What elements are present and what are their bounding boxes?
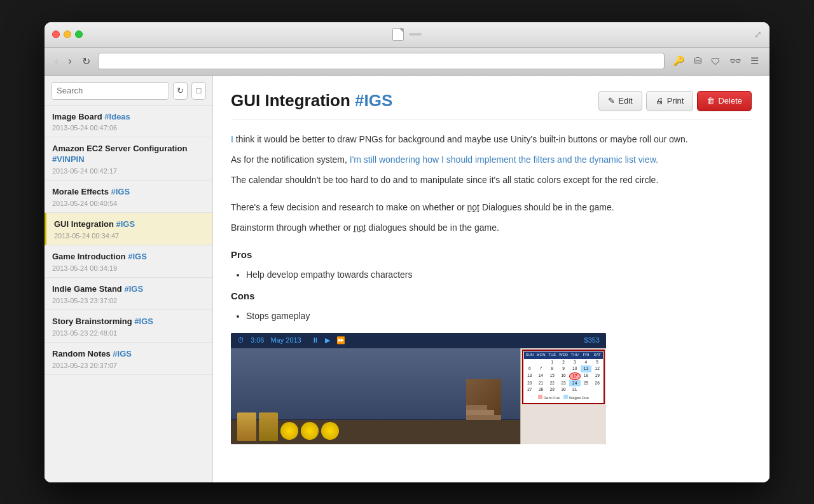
sidebar-item-gui[interactable]: GUI Integration #IGS 2013-05-24 00:34:47 xyxy=(45,213,212,245)
search-input[interactable] xyxy=(51,82,169,100)
cal-sun: SUN xyxy=(524,352,535,358)
toolbar-icons: 🔑 ⛁ 🛡 👓 ☰ xyxy=(670,53,762,69)
key-icon[interactable]: 🔑 xyxy=(670,53,688,69)
edit-label: Edit xyxy=(618,96,632,106)
cal-cell xyxy=(524,359,535,365)
cal-cell: 14 xyxy=(535,372,547,380)
sidebar-header: ↻ □ xyxy=(45,76,212,106)
cal-fri: FRI xyxy=(581,352,592,358)
cal-cell: 27 xyxy=(524,386,535,393)
cons-title: Cons xyxy=(231,289,752,304)
sidebar-item-tag: #IGS xyxy=(116,219,135,229)
glasses-icon[interactable]: 👓 xyxy=(726,53,745,69)
cal-cell: 23 xyxy=(558,380,569,386)
delete-button[interactable]: 🗑 Delete xyxy=(697,91,752,111)
maximize-button[interactable] xyxy=(75,31,83,38)
sidebar-item-morale[interactable]: Morale Effects #IGS 2013-05-24 00:40:54 xyxy=(45,180,212,213)
cal-cell: 30 xyxy=(558,386,569,393)
cal-cell: 6 xyxy=(524,365,535,372)
cal-cell: 8 xyxy=(546,365,558,372)
content-body: I think it would be better to draw PNGs … xyxy=(231,132,752,445)
rent-dot xyxy=(538,395,542,399)
cal-cell: 20 xyxy=(524,380,535,386)
close-button[interactable] xyxy=(52,31,60,38)
game-scene xyxy=(231,348,520,444)
cal-cell: 7 xyxy=(535,365,547,372)
game-items xyxy=(237,412,339,441)
game-main: SUN MON TUE WED THU FRI SAT xyxy=(231,348,606,444)
cal-cell: 25 xyxy=(581,380,592,386)
sidebar-item-title: Morale Effects #IGS xyxy=(52,187,205,198)
sidebar-item-title: Image Board #Ideas xyxy=(52,112,205,123)
game-stairs xyxy=(466,379,501,420)
cal-cell-highlighted: 17 xyxy=(569,372,581,380)
cal-cell: 15 xyxy=(546,372,558,380)
fast-forward-icon: ⏩ xyxy=(336,335,345,346)
cal-cell: 18 xyxy=(581,372,592,380)
sidebar: ↻ □ Image Board #Ideas 2013-05-24 00:47:… xyxy=(45,76,213,482)
titlebar: ⤢ xyxy=(45,22,769,48)
cons-list: Stops gameplay xyxy=(231,309,752,323)
wages-label: Wages Due xyxy=(569,396,589,400)
cal-cell: 21 xyxy=(535,380,547,386)
edit-button[interactable]: ✎ Edit xyxy=(598,91,642,111)
sidebar-item-random[interactable]: Random Notes #IGS 2013-05-23 20:37:07 xyxy=(45,343,212,375)
cal-legend: Rent Due Wages Due xyxy=(524,393,603,403)
sidebar-item-story[interactable]: Story Brainstorming #IGS 2013-05-23 22:4… xyxy=(45,310,212,343)
cal-tue: TUE xyxy=(546,352,558,358)
paragraph-1: I think it would be better to draw PNGs … xyxy=(231,132,752,146)
sidebar-item-date: 2013-05-24 00:34:47 xyxy=(54,232,205,240)
cal-cell xyxy=(591,386,603,393)
refresh-sidebar-button[interactable]: ↻ xyxy=(173,82,188,100)
back-button[interactable]: ‹ xyxy=(52,53,60,69)
cal-header: SUN MON TUE WED THU FRI SAT xyxy=(524,351,603,359)
sidebar-item-amazon[interactable]: Amazon EC2 Server Configuration #VINPIN … xyxy=(45,137,212,180)
sidebar-item-title: Amazon EC2 Server Configuration #VINPIN xyxy=(52,144,205,165)
print-icon: 🖨 xyxy=(656,96,664,106)
sidebar-list: Image Board #Ideas 2013-05-24 00:47:06 A… xyxy=(45,106,212,482)
sidebar-item-title: Story Brainstorming #IGS xyxy=(52,317,205,327)
content-area: GUI Integration #IGS ✎ Edit 🖨 Print 🗑 De… xyxy=(213,76,769,482)
game-month: May 2013 xyxy=(270,335,301,346)
cal-cell: 4 xyxy=(581,359,592,365)
sidebar-item-tag: #IGS xyxy=(113,349,132,358)
cal-cell: 29 xyxy=(546,386,558,393)
forward-button[interactable]: › xyxy=(66,53,74,69)
new-note-button[interactable]: □ xyxy=(191,82,206,100)
sidebar-item-game-intro[interactable]: Game Introduction #IGS 2013-05-24 00:34:… xyxy=(45,245,212,278)
cal-thu: THU xyxy=(569,352,581,358)
cal-cell: 9 xyxy=(558,365,569,372)
pocket-icon[interactable]: ⛁ xyxy=(691,53,705,69)
rent-label: Rent Due xyxy=(544,396,560,400)
sidebar-item-imageboard[interactable]: Image Board #Ideas 2013-05-24 00:47:06 xyxy=(45,106,212,138)
document-icon xyxy=(392,28,404,41)
cons-section: Cons Stops gameplay xyxy=(231,289,752,323)
print-button[interactable]: 🖨 Print xyxy=(646,91,694,111)
address-bar[interactable] xyxy=(98,53,665,69)
rent-legend: Rent Due xyxy=(538,395,560,402)
play-icon: ⏸ xyxy=(312,335,319,346)
paragraph-4: There's a few decision and research to m… xyxy=(231,200,752,214)
cal-grid: 1 2 3 4 5 6 7 8 9 10 xyxy=(524,359,603,393)
menu-icon[interactable]: ☰ xyxy=(747,53,762,69)
paragraph-2: As for the notification system, I'm stil… xyxy=(231,153,752,167)
shield-icon[interactable]: 🛡 xyxy=(708,54,724,69)
coin xyxy=(280,422,298,440)
cal-cell: 10 xyxy=(569,365,581,372)
traffic-lights xyxy=(52,31,83,38)
calendar-widget: SUN MON TUE WED THU FRI SAT xyxy=(522,350,605,404)
main-layout: ↻ □ Image Board #Ideas 2013-05-24 00:47:… xyxy=(45,76,769,482)
fullscreen-button[interactable]: ⤢ xyxy=(754,29,762,39)
shelf2 xyxy=(259,412,278,441)
sidebar-item-date: 2013-05-24 00:40:54 xyxy=(52,200,205,207)
titlebar-center xyxy=(392,28,422,41)
coin3 xyxy=(321,422,339,440)
game-money: $353 xyxy=(584,335,600,346)
toolbar: ‹ › ↻ 🔑 ⛁ 🛡 👓 ☰ xyxy=(45,48,769,76)
cal-cell: 11 xyxy=(581,365,592,372)
game-calendar: SUN MON TUE WED THU FRI SAT xyxy=(520,348,606,444)
sidebar-item-indie[interactable]: Indie Game Stand #IGS 2013-05-23 23:37:0… xyxy=(45,278,212,310)
trash-icon: 🗑 xyxy=(707,96,715,106)
refresh-button[interactable]: ↻ xyxy=(79,53,93,70)
minimize-button[interactable] xyxy=(64,31,71,38)
